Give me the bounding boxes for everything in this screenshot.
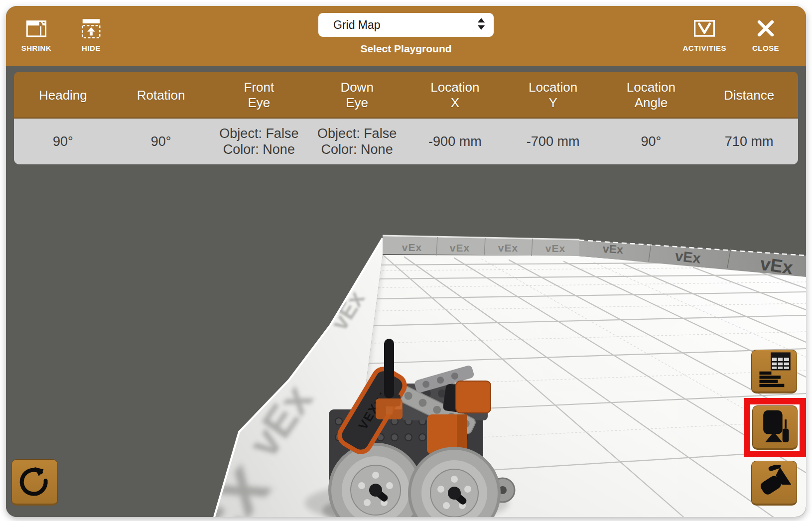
dashboard-toggle-button[interactable] [751,350,797,393]
robot-config-icon [759,409,792,444]
shrink-icon [25,17,48,40]
playground-window: SHRINK HIDE Grid Map [6,6,806,517]
robot-config-button[interactable] [752,405,798,450]
value-location-y: -700 mm [504,119,602,164]
reset-icon [17,463,53,501]
select-playground-caption: Select Playground [316,43,496,55]
col-location-x: Location X [406,72,504,119]
shrink-label: SHRINK [21,44,52,52]
svg-text:vEx: vEx [675,248,702,266]
col-location-y: Location Y [504,72,602,119]
hide-button[interactable]: HIDE [74,17,109,52]
playground-3d-view[interactable]: vEx vEx vEx vEx vEx vEx vEx [6,66,806,517]
playground-select[interactable]: Grid Map [318,13,494,37]
value-distance: 710 mm [700,119,798,164]
reset-playground-button[interactable] [11,459,58,506]
topbar: SHRINK HIDE Grid Map [6,6,806,66]
playground-select-value: Grid Map [333,18,381,32]
value-down-eye: Object: False Color: None [308,119,406,164]
svg-text:vEx: vEx [402,242,422,253]
close-label: CLOSE [752,44,779,52]
sensor-dashboard-table: Heading Rotation Front Eye Down Eye Loca… [14,72,798,164]
col-front-eye: Front Eye [210,72,308,119]
value-front-eye: Object: False Color: None [210,119,308,164]
shrink-button[interactable]: SHRINK [19,17,54,52]
dashboard-icon [757,352,791,390]
close-button[interactable]: CLOSE [748,17,783,52]
svg-text:vEx: vEx [450,242,470,254]
activities-button[interactable]: ACTIVITIES [682,17,726,52]
svg-text:vEx: vEx [602,242,623,256]
value-location-x: -900 mm [406,119,504,164]
value-rotation: 90° [112,119,210,164]
col-rotation: Rotation [112,72,210,119]
select-spinner-icon [477,17,486,33]
svg-text:vEx: vEx [545,243,565,254]
robot-view-highlight [744,398,806,457]
col-location-angle: Location Angle [602,72,700,119]
hide-label: HIDE [82,44,101,52]
sensor-table-header: Heading Rotation Front Eye Down Eye Loca… [14,72,798,119]
hide-icon [80,17,103,40]
col-distance: Distance [700,72,798,119]
activities-label: ACTIVITIES [682,44,726,52]
activities-icon [693,17,716,40]
col-heading: Heading [14,72,112,119]
svg-text:vEx: vEx [498,242,518,254]
value-heading: 90° [14,119,112,164]
sensor-table-row: 90° 90° Object: False Color: None Object… [14,119,798,164]
camera-view-button[interactable] [751,461,797,506]
robot-antenna [384,339,394,398]
camera-icon [757,465,791,501]
value-location-angle: 90° [602,119,700,164]
col-down-eye: Down Eye [308,72,406,119]
close-icon [754,17,777,40]
